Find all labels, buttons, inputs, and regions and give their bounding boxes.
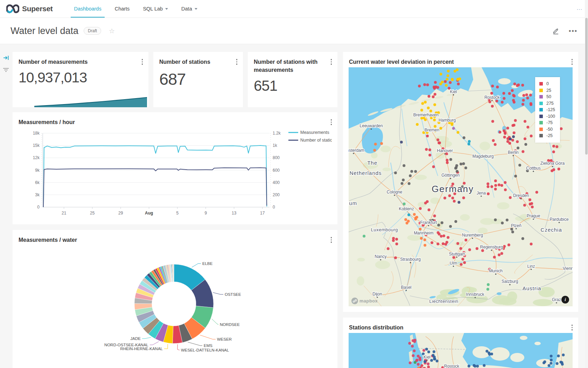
header-more-icon[interactable]: ••• (569, 27, 578, 35)
map-city-label-netherlands: Netherlands (350, 170, 382, 176)
chart-menu-icon[interactable] (236, 58, 238, 66)
map-city-label-basel: Basel (401, 285, 411, 290)
donut-label-jade: JADE (131, 336, 141, 341)
svg-text:400: 400 (273, 180, 280, 185)
svg-text:13: 13 (232, 211, 237, 216)
kpi-value: 687 (153, 66, 243, 89)
svg-text:17: 17 (260, 211, 265, 216)
donut-label-rhein-herne-kanal: RHEIN-HERNE-KANAL (120, 347, 163, 351)
superset-dashboard: Superset DashboardsChartsSQL LabData ...… (0, 0, 588, 368)
svg-text:1.2k: 1.2k (273, 131, 281, 136)
filter-list-icon[interactable] (0, 64, 12, 75)
map-city-label-vienna: Vienna (563, 266, 573, 271)
legend-row--100: -100 (539, 113, 555, 120)
map-city-label-magdeburg: Magdeburg (472, 154, 494, 159)
map-legend: 02550275-125-100-75-50-25 (535, 77, 560, 143)
legend-swatch (539, 115, 543, 118)
legend-swatch (539, 134, 543, 137)
donut-label-nordsee: NORDSEE (220, 322, 240, 327)
kpi-card-measurements: Number of measurements 10,937,013 (13, 52, 148, 107)
map-city-label-nancy: Nancy (375, 254, 387, 259)
chart-title: Stations distribution (343, 318, 578, 332)
expand-filters-icon[interactable] (0, 53, 12, 63)
brand-name: Superset (22, 5, 52, 13)
chart-menu-icon[interactable] (330, 58, 333, 66)
svg-text:15k: 15k (33, 143, 40, 148)
page-title: Water level data (10, 26, 78, 36)
nav-item-data[interactable]: Data (175, 0, 204, 18)
map-info-icon[interactable]: i (561, 296, 569, 304)
scrollbar-thumb[interactable] (585, 18, 588, 155)
kpi-card-stations: Number of stations 687 (153, 52, 243, 107)
legend-swatch (539, 89, 543, 92)
donut-chart-card: Measurements / water ELBEOSTSEENORDSEEWE… (13, 230, 337, 368)
map-city-label-cologne: Cologne (387, 190, 402, 195)
chart-title: Measurements / hour (13, 112, 337, 126)
map-city-label-prague: Prague (527, 213, 540, 218)
donut-label-wesel-datteln-kanal: WESEL-DATTELN-KANAL (181, 348, 229, 352)
map-city-label-jena: Jena (477, 191, 486, 196)
donut-slice[interactable] (174, 264, 174, 282)
map-city-label-the: The (367, 160, 377, 166)
map-city-label-leeuwarden: Leeuwarden (360, 123, 383, 128)
map-city-label-belgium: Belgium (349, 200, 357, 206)
nav-overflow-button[interactable]: ... (577, 5, 582, 11)
legend-swatch (539, 95, 543, 98)
line-chart-card: Measurements / hour 003k2006k4009k60012k… (13, 112, 337, 224)
map-city-label-rostock: Rostock (444, 364, 460, 368)
legend-swatch (539, 102, 543, 105)
draft-badge: Draft (84, 27, 101, 35)
legend-row--25: -25 (539, 132, 555, 139)
deviation-map[interactable]: LeeuwardenAmsterdamTheNetherlandsBremerh… (349, 67, 573, 306)
legend-swatch (539, 128, 543, 131)
line-chart: 003k2006k4009k60012k80015k1k18k1.2k21252… (18, 130, 332, 222)
chart-menu-icon[interactable] (330, 236, 333, 244)
svg-text:29: 29 (118, 211, 123, 216)
map-city-label-rostock: Rostock (484, 95, 500, 100)
map-city-label-hanover: Hanover (437, 148, 453, 153)
legend-item-measurements[interactable]: Measurements (288, 130, 329, 135)
map-city-label-ulm: Ulm (450, 261, 457, 266)
stations-map[interactable]: KielRostock (349, 333, 573, 368)
map-city-label-austria: Austria (523, 285, 541, 291)
nav-item-sql-lab[interactable]: SQL Lab (136, 0, 175, 18)
map-city-label-graz: Graz (552, 297, 561, 302)
kpi-value: 651 (248, 74, 337, 94)
svg-text:200: 200 (273, 192, 280, 197)
kpi-value: 10,937,013 (13, 66, 148, 86)
favorite-star-icon[interactable]: ☆ (109, 27, 115, 35)
chart-title: Measurements / water (13, 230, 337, 244)
map-city-label-munich: Munich (489, 268, 503, 273)
svg-text:800: 800 (273, 155, 280, 160)
legend-row--75: -75 (539, 120, 555, 126)
legend-item-number-of-stations[interactable]: Number of stations (288, 138, 332, 143)
mapbox-logo-icon: ☍ (351, 298, 358, 304)
edit-pencil-icon[interactable] (552, 27, 560, 35)
map-city-label-salzburg: Salzburg (502, 279, 518, 284)
top-nav: Superset DashboardsChartsSQL LabData ... (0, 0, 588, 18)
chart-menu-icon[interactable] (571, 324, 574, 331)
chart-menu-icon[interactable] (141, 58, 144, 66)
nav-item-dashboards[interactable]: Dashboards (67, 0, 108, 18)
map-city-label-bremerhaven: Bremerhaven (413, 113, 439, 117)
map-city-label-luxembourg: Luxembourg (371, 227, 398, 232)
donut-label-elbe: ELBE (202, 261, 213, 266)
svg-text:Aug: Aug (145, 211, 153, 216)
map-city-label-zielona-g-ra: Zielona Góra (540, 161, 565, 166)
map-city-label-kiel: Kiel (450, 89, 457, 94)
map-city-label-nuremberg: Nuremberg (462, 233, 483, 238)
mapbox-attribution[interactable]: ☍ mapbox (351, 298, 378, 304)
map-city-label-cottbus: Cottbus (526, 166, 540, 171)
legend-row-0: 0 (539, 81, 555, 87)
legend-swatch (539, 108, 543, 111)
map-city-label-liechtenstein: Liechtenstein (429, 299, 458, 304)
chart-menu-icon[interactable] (330, 118, 333, 126)
legend-row-275: 275 (539, 100, 555, 107)
legend-row-25: 25 (539, 87, 555, 94)
nav-item-charts[interactable]: Charts (108, 0, 136, 18)
page-scrollbar[interactable] (585, 0, 588, 368)
chart-title: Number of stations with measurements (248, 52, 337, 74)
map-city-label-pardubice: Pardubice (550, 217, 569, 222)
superset-logo[interactable]: Superset (6, 4, 52, 13)
chart-menu-icon[interactable] (571, 58, 574, 66)
